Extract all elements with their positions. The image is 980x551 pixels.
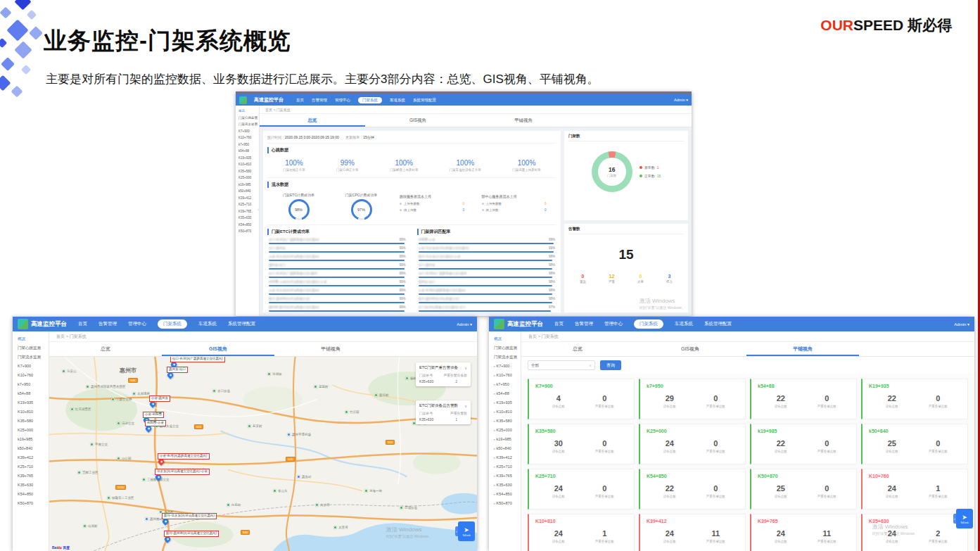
sidebar-item[interactable]: k7+950 bbox=[489, 380, 521, 389]
nav-item[interactable]: 首页 bbox=[296, 98, 304, 103]
gantry-card[interactable]: K25+710 24 设备总数 0 严重告警总数 bbox=[528, 469, 635, 509]
todesk-button[interactable]: ‹ ➤ToDesk bbox=[455, 521, 475, 541]
gantry-card[interactable]: k54+88 22 设备总数 0 严重告警总数 bbox=[750, 379, 857, 419]
gantry-card[interactable]: K39+412 24 设备总数 11 严重告警总数 bbox=[639, 514, 746, 551]
gantry-card[interactable]: K10+760 24 设备总数 1 严重告警总数 bbox=[861, 469, 968, 509]
sidebar-item[interactable]: 概况 bbox=[236, 108, 259, 115]
gantry-card[interactable]: K54+850 22 设备总数 0 严重告警总数 bbox=[639, 469, 746, 509]
sidebar-item[interactable]: K50+870 bbox=[236, 228, 259, 235]
gantry-card[interactable]: K39+765 24 设备总数 11 严重告警总数 bbox=[750, 514, 857, 551]
nav-item[interactable]: 告警管理 bbox=[575, 321, 593, 327]
nav-item[interactable]: 车道系统 bbox=[675, 321, 693, 327]
panel-row[interactable]: K35+6302 bbox=[419, 379, 467, 384]
sidebar-item[interactable]: k50+840 bbox=[236, 188, 259, 195]
gantry-card[interactable]: K25+000 24 设备总数 0 严重告警总数 bbox=[639, 424, 746, 464]
sidebar-item[interactable]: k54+88 bbox=[489, 389, 521, 398]
sidebar-item[interactable]: K35+580 bbox=[489, 417, 521, 426]
sidebar-item[interactable]: 门架心跳监测 bbox=[236, 115, 259, 122]
nav-item[interactable]: 门架系统 bbox=[634, 319, 663, 329]
sidebar-item[interactable]: k54+88 bbox=[236, 148, 259, 155]
sidebar-item[interactable]: K19+935 bbox=[13, 398, 49, 407]
sidebar-item[interactable]: K10+760 bbox=[489, 371, 521, 380]
sidebar-item[interactable]: K39+412 bbox=[489, 453, 521, 462]
sidebar-item[interactable]: 门架流水监测 bbox=[13, 353, 49, 362]
view-tab[interactable]: 平铺视角 bbox=[746, 342, 859, 356]
sidebar-item[interactable]: 门架心跳监测 bbox=[13, 343, 49, 353]
view-tab[interactable]: GIS视角 bbox=[162, 342, 274, 356]
todesk-button[interactable]: ‹ ➤ToDesk bbox=[953, 509, 973, 528]
gantry-card[interactable]: K50+870 25 设备总数 0 严重告警总数 bbox=[750, 469, 857, 509]
sidebar-item[interactable]: K19+935 bbox=[489, 398, 521, 407]
sidebar-item[interactable]: k19+985 bbox=[13, 435, 49, 444]
sidebar-item[interactable]: K54+850 bbox=[13, 490, 49, 499]
nav-item[interactable]: 门架系统 bbox=[158, 319, 187, 329]
sidebar-item[interactable]: K39+765 bbox=[236, 208, 259, 215]
nav-item[interactable]: 系统管理配置 bbox=[413, 98, 436, 103]
nav-item[interactable]: 系统管理配置 bbox=[704, 321, 732, 327]
sidebar-item[interactable]: k50+840 bbox=[13, 444, 49, 453]
sidebar-item[interactable]: K39+412 bbox=[13, 453, 49, 462]
sidebar-item[interactable]: K54+850 bbox=[489, 490, 521, 499]
sidebar-item[interactable]: k19+985 bbox=[489, 435, 521, 444]
sidebar-item[interactable]: k50+840 bbox=[489, 444, 521, 453]
gantry-card[interactable]: k50+840 25 设备总数 0 严重告警总数 bbox=[861, 424, 968, 464]
view-tab[interactable]: 总览 bbox=[521, 342, 634, 356]
sidebar-item[interactable]: K39+412 bbox=[236, 195, 259, 202]
nav-item[interactable]: 管理中心 bbox=[335, 98, 350, 103]
view-tab[interactable]: 总览 bbox=[260, 114, 365, 127]
sidebar-item[interactable]: K10+760 bbox=[13, 371, 49, 380]
sidebar-item[interactable]: K10+810 bbox=[236, 161, 259, 168]
sidebar-item[interactable]: 门架心跳监测 bbox=[489, 343, 521, 353]
nav-item[interactable]: 车道系统 bbox=[390, 98, 405, 103]
sidebar-item[interactable]: k54+88 bbox=[13, 389, 49, 398]
sidebar-collapse-handle[interactable]: ‹ bbox=[257, 207, 259, 211]
gantry-filter-select[interactable]: 全部∨ bbox=[528, 360, 595, 370]
sidebar-item[interactable]: 门架流水监测 bbox=[236, 121, 259, 128]
sidebar-item[interactable]: K7+900 bbox=[13, 362, 49, 371]
sidebar-item[interactable]: k7+950 bbox=[13, 380, 49, 389]
sidebar-item[interactable]: K25+710 bbox=[489, 462, 521, 471]
sidebar-item[interactable]: k19+985 bbox=[236, 182, 259, 189]
view-tab[interactable]: 总览 bbox=[49, 342, 162, 356]
chevron-down-icon[interactable]: ∨ bbox=[464, 366, 467, 370]
nav-item[interactable]: 告警管理 bbox=[312, 98, 327, 103]
admin-menu[interactable]: Admin ▾ bbox=[674, 98, 688, 102]
view-tab[interactable]: GIS视角 bbox=[634, 342, 746, 356]
sidebar-item[interactable]: K7+900 bbox=[489, 362, 521, 371]
sidebar-item[interactable]: K25+710 bbox=[13, 462, 49, 471]
sidebar-item[interactable]: K35+630 bbox=[489, 481, 521, 490]
todesk-collapse-icon[interactable]: ‹ bbox=[953, 514, 956, 524]
gantry-card[interactable]: K35+580 30 设备总数 0 严重告警总数 bbox=[528, 424, 635, 464]
sidebar-item[interactable]: K7+900 bbox=[236, 128, 259, 135]
nav-item[interactable]: 告警管理 bbox=[98, 321, 117, 327]
sidebar-item[interactable]: K25+000 bbox=[13, 426, 49, 435]
panel-row[interactable]: K35+6301 bbox=[419, 417, 467, 422]
nav-item[interactable]: 车道系统 bbox=[198, 321, 217, 327]
gantry-card[interactable]: K19+935 22 设备总数 0 严重告警总数 bbox=[861, 379, 968, 419]
query-button[interactable]: 查询 bbox=[600, 360, 621, 370]
chevron-down-icon[interactable]: ∨ bbox=[464, 404, 467, 408]
view-tab[interactable]: 平铺视角 bbox=[471, 114, 576, 127]
sidebar-item[interactable]: K35+630 bbox=[13, 481, 49, 490]
nav-item[interactable]: 首页 bbox=[78, 321, 87, 327]
sidebar-item[interactable]: K50+870 bbox=[489, 499, 521, 508]
sidebar-item[interactable]: K25+000 bbox=[236, 175, 259, 182]
nav-item[interactable]: 首页 bbox=[554, 321, 564, 327]
todesk-collapse-icon[interactable]: ‹ bbox=[455, 526, 458, 536]
gantry-card[interactable]: K35+630 24 设备总数 2 严重告警总数 bbox=[861, 514, 968, 551]
sidebar-item[interactable]: K39+765 bbox=[489, 471, 521, 481]
nav-item[interactable]: 管理中心 bbox=[128, 321, 146, 327]
gis-map[interactable]: 惠州市 马安山惠州西湖国家风景名胜区红花湖景区三新立交桥大湖溪桥演达立交惠澳大道… bbox=[49, 357, 477, 551]
nav-item[interactable]: 门架系统 bbox=[358, 97, 382, 103]
nav-item[interactable]: 管理中心 bbox=[604, 321, 623, 327]
sidebar-item[interactable]: K39+765 bbox=[13, 471, 49, 481]
gantry-card[interactable]: K10+810 24 设备总数 1 严重告警总数 bbox=[528, 514, 635, 551]
sidebar-item[interactable]: K10+810 bbox=[489, 407, 521, 417]
view-tab[interactable]: 平铺视角 bbox=[274, 342, 387, 356]
sidebar-item[interactable]: K10+760 bbox=[236, 134, 259, 141]
gantry-card[interactable]: k7+950 29 设备总数 0 严重告警总数 bbox=[639, 379, 746, 419]
nav-item[interactable]: 系统管理配置 bbox=[228, 321, 255, 327]
sidebar-item[interactable]: 门架流水监测 bbox=[489, 353, 521, 362]
sidebar-item[interactable]: K25+710 bbox=[236, 201, 259, 208]
sidebar-item[interactable]: K35+580 bbox=[236, 168, 259, 175]
